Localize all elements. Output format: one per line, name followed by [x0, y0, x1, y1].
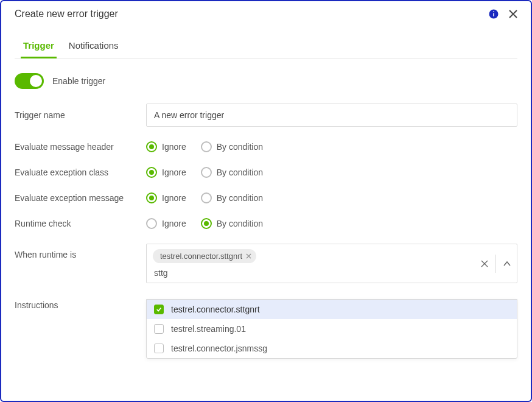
divider [495, 255, 496, 273]
checkbox-icon [154, 344, 164, 353]
runtime-chip-label: testrel.connector.sttgnrt [160, 252, 242, 261]
enable-trigger-toggle[interactable] [15, 73, 44, 89]
evaluate-exclass-radio-bycondition[interactable]: By condition [201, 167, 263, 178]
dialog-titlebar: Create new error trigger [1, 1, 531, 24]
radio-label: Ignore [162, 142, 186, 152]
runtime-check-label: Runtime check [15, 219, 146, 228]
dropdown-item[interactable]: testrel.connector.sttgnrt [147, 300, 517, 319]
dialog-title: Create new error trigger [15, 9, 118, 19]
radio-label: By condition [217, 193, 263, 203]
enable-trigger-label: Enable trigger [52, 76, 105, 86]
dropdown-item[interactable]: testrel.streaming.01 [147, 319, 517, 339]
info-icon[interactable] [487, 7, 500, 21]
radio-label: Ignore [162, 168, 186, 177]
evaluate-exmsg-radio-bycondition[interactable]: By condition [201, 192, 263, 203]
dialog-create-error-trigger: Create new error trigger Trigger Notific… [0, 0, 532, 402]
checkbox-icon [154, 305, 164, 314]
evaluate-exception-class-label: Evaluate exception class [15, 168, 146, 177]
evaluate-header-radio-group: Ignore By condition [146, 141, 517, 152]
runtime-chip: testrel.connector.sttgnrt [153, 249, 256, 263]
svg-rect-2 [493, 12, 494, 13]
evaluate-header-radio-bycondition[interactable]: By condition [201, 141, 263, 152]
chevron-up-icon[interactable] [503, 261, 511, 267]
instructions-label: Instructions [15, 299, 146, 372]
evaluate-exclass-radio-ignore[interactable]: Ignore [146, 167, 186, 178]
runtime-check-radio-bycondition[interactable]: By condition [201, 218, 263, 229]
evaluate-header-label: Evaluate message header [15, 142, 146, 152]
evaluate-exception-message-radio-group: Ignore By condition [146, 192, 517, 203]
evaluate-exception-class-radio-group: Ignore By condition [146, 167, 517, 178]
tab-trigger[interactable]: Trigger [23, 35, 54, 58]
when-runtime-label: When runtime is [15, 244, 146, 259]
dropdown-item-label: testrel.connector.jsnmssg [171, 344, 267, 353]
dropdown-item-label: testrel.streaming.01 [171, 324, 246, 334]
when-runtime-filter-input[interactable] [153, 267, 469, 279]
radio-label: By condition [217, 219, 263, 228]
evaluate-exception-message-label: Evaluate exception message [15, 193, 146, 203]
runtime-check-radio-ignore[interactable]: Ignore [146, 218, 186, 229]
evaluate-header-radio-ignore[interactable]: Ignore [146, 141, 186, 152]
dropdown-item[interactable]: testrel.connector.jsnmssg [147, 339, 517, 358]
tab-notifications[interactable]: Notifications [69, 35, 119, 58]
when-runtime-dropdown: testrel.connector.sttgnrt testrel.stream… [146, 299, 517, 359]
clear-icon[interactable] [481, 260, 488, 267]
when-runtime-multiselect[interactable]: testrel.connector.sttgnrt [146, 244, 517, 283]
trigger-name-input[interactable] [146, 104, 517, 127]
radio-label: Ignore [162, 193, 186, 203]
chip-remove-icon[interactable] [246, 252, 251, 261]
svg-rect-1 [493, 13, 494, 16]
evaluate-exmsg-radio-ignore[interactable]: Ignore [146, 192, 186, 203]
radio-label: By condition [217, 168, 263, 177]
close-icon[interactable] [506, 7, 520, 21]
checkbox-icon [154, 324, 164, 334]
runtime-check-radio-group: Ignore By condition [146, 218, 517, 229]
dropdown-item-label: testrel.connector.sttgnrt [171, 305, 260, 314]
radio-label: By condition [217, 142, 263, 152]
trigger-name-label: Trigger name [15, 110, 146, 120]
radio-label: Ignore [162, 219, 186, 228]
tabs: Trigger Notifications [15, 35, 517, 58]
